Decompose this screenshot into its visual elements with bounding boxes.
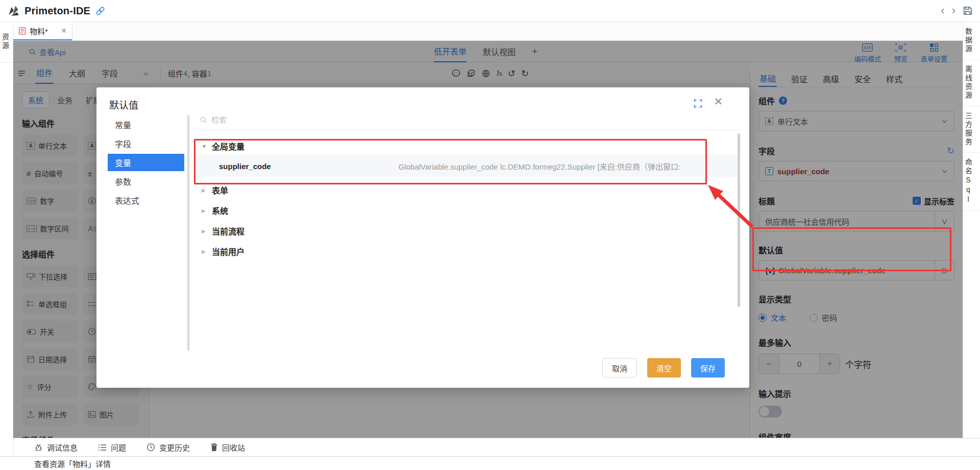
nav-back-icon[interactable]: ‹ (941, 6, 944, 16)
debug-icon (34, 443, 43, 452)
right-tool-strip: 数据源 离线资源 三方服务 命名Sql (963, 22, 980, 438)
clear-button[interactable]: 清空 (647, 358, 681, 378)
document-icon (18, 27, 26, 35)
vertical-tab-offline-resources[interactable]: 离线资源 (963, 60, 980, 106)
caret-right-icon: ▶ (202, 208, 209, 214)
issues-list-icon (98, 443, 107, 452)
default-value-modal: 默认值 ✕ 常量 字段 变量 参数 表达式 ▼ 全局变量 supplier_co… (96, 87, 749, 388)
status-text: 查看资源「物料」详情 (34, 458, 111, 469)
tree-item-description: GlobalVariable.supplier_code lc.DEMO.for… (399, 161, 740, 172)
caret-right-icon: ▶ (202, 187, 209, 193)
modal-title: 默认值 (109, 98, 138, 111)
save-file-icon[interactable] (963, 6, 973, 16)
tab-material-label: 物料* (30, 26, 48, 36)
menu-item-field[interactable]: 字段 (108, 135, 184, 152)
tab-material[interactable]: 物料* ✕ (13, 22, 72, 40)
vertical-tab-named-sql[interactable]: 命名Sql (963, 153, 980, 211)
menu-scrollbar[interactable] (187, 115, 189, 351)
menu-item-constant[interactable]: 常量 (108, 116, 184, 133)
debug-info-button[interactable]: 调试信息 (34, 442, 78, 453)
modal-footer: 取消 清空 保存 (602, 358, 725, 378)
tree-group-current-process[interactable]: ▶ 当前流程 (197, 223, 740, 239)
caret-right-icon: ▶ (202, 228, 209, 234)
tree-group-form[interactable]: ▶ 表单 (197, 182, 740, 198)
status-bar: 查看资源「物料」详情 (0, 456, 980, 470)
tree-group-global-variables[interactable]: ▼ 全局变量 (197, 137, 740, 155)
left-resource-strip: 资源 (0, 22, 13, 456)
caret-down-icon: ▼ (202, 144, 209, 149)
tree-group-system[interactable]: ▶ 系统 (197, 203, 740, 218)
menu-item-parameter[interactable]: 参数 (108, 173, 184, 190)
main-workspace: 查看Api 低开表单 默认视图 + 编码模式 预览 表单设置 组件 (13, 41, 963, 438)
bottom-tool-bar: 调试信息 问题 变更历史 回收站 (13, 438, 980, 456)
app-logo-icon (7, 4, 20, 17)
cancel-button[interactable]: 取消 (602, 358, 637, 378)
recycle-bin-button[interactable]: 回收站 (210, 442, 245, 453)
caret-right-icon: ▶ (202, 249, 209, 254)
search-row (197, 110, 740, 130)
app-title: Primeton-IDE (24, 5, 90, 17)
tab-close-icon[interactable]: ✕ (61, 27, 67, 35)
issues-button[interactable]: 问题 (98, 442, 126, 453)
menu-item-variable[interactable]: 变量 (108, 154, 184, 171)
change-history-button[interactable]: 变更历史 (146, 442, 190, 453)
modal-content: ▼ 全局变量 supplier_code GlobalVariable.supp… (197, 110, 740, 347)
vertical-tab-third-party-services[interactable]: 三方服务 (963, 106, 980, 153)
content-scrollbar-thumb[interactable] (738, 133, 740, 307)
title-bar: Primeton-IDE ‹ › (0, 0, 980, 22)
vertical-tab-datasource[interactable]: 数据源 (963, 22, 980, 60)
search-icon (200, 116, 207, 124)
tree-item-supplier-code[interactable]: supplier_code GlobalVariable.supplier_co… (197, 155, 740, 177)
document-tab-bar: 物料* ✕ (13, 22, 963, 41)
trash-icon (210, 443, 218, 452)
save-button[interactable]: 保存 (691, 358, 725, 378)
history-clock-icon (146, 443, 155, 452)
search-input[interactable] (211, 115, 364, 124)
modal-menu: 常量 字段 变量 参数 表达式 (108, 116, 184, 210)
modal-close-icon[interactable]: ✕ (714, 96, 723, 108)
fullscreen-icon[interactable] (694, 99, 702, 108)
resources-vertical-tab[interactable]: 资源 (0, 26, 13, 63)
nav-forward-icon[interactable]: › (952, 6, 955, 16)
tree-group-current-user[interactable]: ▶ 当前用户 (197, 244, 740, 259)
link-icon[interactable] (95, 6, 105, 16)
menu-item-expression[interactable]: 表达式 (108, 192, 184, 209)
